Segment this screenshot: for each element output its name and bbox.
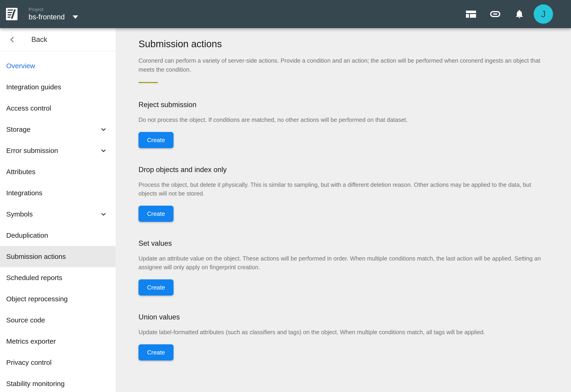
- project-label: Project: [29, 7, 78, 12]
- back-label: Back: [31, 35, 47, 44]
- section-title: Drop objects and index only: [139, 166, 550, 174]
- app-logo[interactable]: [6, 8, 17, 20]
- section-description: Update label-formatted attributes (such …: [139, 328, 550, 336]
- dashboard-button[interactable]: [459, 4, 483, 24]
- sidebar-item-label: Stability monitoring: [6, 380, 107, 388]
- sidebar-item-label: Storage: [6, 126, 100, 133]
- chevron-left-icon: [8, 36, 16, 43]
- action-section-drop-objects-and-index-only: Drop objects and index onlyProcess the o…: [139, 166, 550, 222]
- page-intro: Coronerd can perform a variety of server…: [139, 56, 550, 74]
- sidebar-item-label: Integrations: [6, 189, 107, 197]
- sidebar-item-storage[interactable]: Storage: [0, 119, 116, 140]
- section-description: Process the object, but delete it physic…: [139, 180, 550, 198]
- sidebar-item-submission-actions[interactable]: Submission actions: [0, 246, 116, 267]
- create-button-set-values[interactable]: Create: [139, 279, 173, 295]
- chevron-down-icon: [100, 147, 107, 154]
- section-title: Reject submission: [139, 101, 550, 109]
- create-button-drop-objects-and-index-only[interactable]: Create: [139, 206, 173, 222]
- sidebar-item-label: Symbols: [6, 210, 100, 218]
- sidebar-item-privacy-control[interactable]: Privacy control: [0, 352, 116, 373]
- sidebar-item-stability-monitoring[interactable]: Stability monitoring: [0, 373, 116, 392]
- sections-container: Reject submissionDo not process the obje…: [139, 101, 550, 361]
- back-button[interactable]: Back: [0, 28, 116, 51]
- chevron-down-icon: [100, 126, 107, 133]
- sidebar-item-metrics-exporter[interactable]: Metrics exporter: [0, 331, 116, 352]
- sidebar-item-symbols[interactable]: Symbols: [0, 204, 116, 225]
- avatar[interactable]: J: [534, 4, 553, 24]
- create-button-union-values[interactable]: Create: [139, 344, 173, 361]
- sidebar-item-source-code[interactable]: Source code: [0, 309, 116, 331]
- sidebar: Back OverviewIntegration guidesAccess co…: [0, 28, 116, 392]
- sidebar-item-label: Privacy control: [6, 359, 107, 366]
- project-name: bs-frontend: [29, 13, 65, 21]
- action-section-union-values: Union valuesUpdate label-formatted attri…: [139, 313, 550, 361]
- sidebar-item-deduplication[interactable]: Deduplication: [0, 225, 116, 246]
- sidebar-item-error-submission[interactable]: Error submission: [0, 140, 116, 161]
- topbar-actions: J: [459, 4, 553, 24]
- action-section-set-values: Set valuesUpdate an attribute value on t…: [139, 239, 550, 295]
- section-title: Union values: [139, 313, 550, 321]
- page-title: Submission actions: [139, 38, 550, 50]
- sidebar-item-scheduled-reports[interactable]: Scheduled reports: [0, 267, 116, 288]
- sidebar-item-attributes[interactable]: Attributes: [0, 161, 116, 182]
- sidebar-item-integrations[interactable]: Integrations: [0, 182, 116, 204]
- sidebar-item-label: Overview: [6, 62, 107, 70]
- sidebar-item-label: Submission actions: [6, 253, 107, 261]
- accent-divider: [139, 82, 158, 83]
- section-description: Update an attribute value on the object.…: [139, 254, 550, 272]
- sidebar-item-label: Integration guides: [6, 83, 107, 91]
- sidebar-item-access-control[interactable]: Access control: [0, 98, 116, 119]
- chevron-down-icon: [100, 211, 107, 218]
- sidebar-item-label: Access control: [6, 104, 107, 112]
- dashboard-layout-icon: [466, 11, 476, 18]
- link-button[interactable]: [483, 4, 507, 24]
- sidebar-item-label: Deduplication: [6, 231, 107, 239]
- project-switcher[interactable]: Project bs-frontend: [29, 7, 78, 21]
- sidebar-item-label: Scheduled reports: [6, 274, 107, 282]
- sidebar-item-label: Error submission: [6, 147, 100, 154]
- sidebar-item-object-reprocessing[interactable]: Object reprocessing: [0, 288, 116, 309]
- notifications-button[interactable]: [507, 4, 531, 24]
- link-icon: [490, 11, 500, 17]
- section-title: Set values: [139, 239, 550, 248]
- sidebar-item-label: Source code: [6, 316, 107, 324]
- caret-down-icon: [72, 15, 78, 19]
- main-content: Submission actions Coronerd can perform …: [116, 28, 571, 392]
- section-description: Do not process the object. If conditions…: [139, 115, 550, 124]
- sidebar-item-label: Metrics exporter: [6, 337, 107, 345]
- top-bar: Project bs-frontend J: [0, 0, 571, 28]
- sidebar-item-label: Attributes: [6, 168, 107, 176]
- sidebar-item-overview[interactable]: Overview: [0, 55, 116, 76]
- sidebar-item-integration-guides[interactable]: Integration guides: [0, 76, 116, 98]
- bell-icon: [514, 9, 524, 19]
- sidebar-item-label: Object reprocessing: [6, 295, 107, 303]
- action-section-reject-submission: Reject submissionDo not process the obje…: [139, 101, 550, 148]
- sidebar-nav: OverviewIntegration guidesAccess control…: [0, 51, 116, 392]
- create-button-reject-submission[interactable]: Create: [139, 132, 173, 148]
